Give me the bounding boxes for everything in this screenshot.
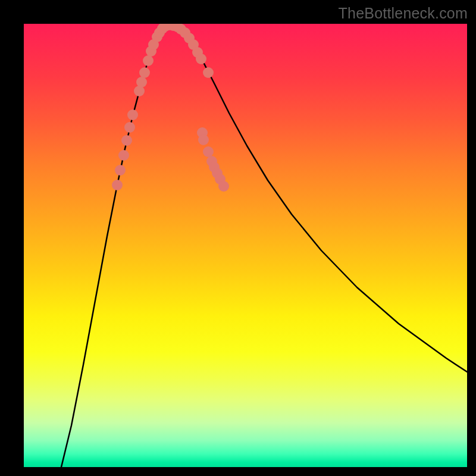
marker-dot: [136, 77, 147, 87]
marker-dot: [115, 165, 126, 176]
marker-points: [112, 24, 229, 192]
marker-dot: [203, 146, 214, 157]
marker-dot: [203, 67, 214, 78]
marker-dot: [198, 134, 209, 145]
marker-dot: [143, 55, 154, 66]
marker-dot: [124, 122, 135, 133]
marker-dot: [121, 135, 132, 146]
marker-dot: [139, 67, 150, 78]
marker-dot: [196, 54, 206, 64]
marker-dot: [118, 150, 129, 161]
curve-line: [61, 25, 467, 467]
chart-frame: TheBottleneck.com: [0, 0, 476, 476]
marker-dot: [112, 180, 123, 190]
chart-svg: [24, 24, 467, 467]
marker-dot: [127, 109, 138, 120]
plot-area: [24, 24, 467, 467]
marker-dot: [218, 181, 229, 192]
bottleneck-curve: [61, 25, 467, 467]
watermark-text: TheBottleneck.com: [339, 5, 468, 22]
